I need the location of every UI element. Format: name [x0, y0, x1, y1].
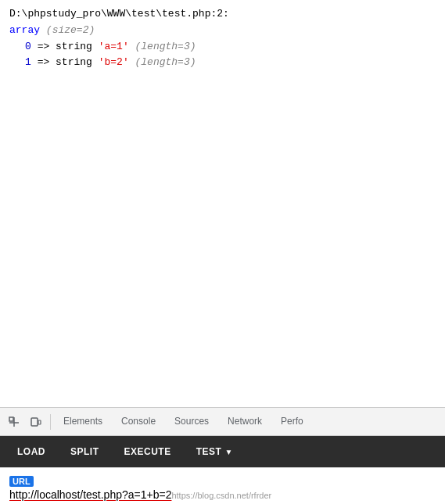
arrow-1: =>: [38, 56, 50, 68]
tabs-divider: [50, 414, 51, 430]
url-label-badge: URL: [9, 474, 436, 488]
device-icon-btn[interactable]: [25, 411, 47, 433]
type-1: string: [56, 56, 92, 68]
split-button[interactable]: SPLIT: [59, 441, 110, 462]
snippet-toolbar: LOAD SPLIT EXECUTE TEST ▼: [0, 436, 445, 467]
inspect-icon-btn[interactable]: [3, 411, 25, 433]
url-value[interactable]: http://localhost/test.php?a=1+b=2: [9, 488, 171, 501]
index-1: 1: [25, 56, 31, 68]
length-1: (length=3): [135, 56, 196, 68]
filepath-line: D:\phpstudy_pro\WWW\test\test.php:2:: [9, 6, 436, 23]
test-button[interactable]: TEST ▼: [185, 441, 244, 462]
index-0: 0: [25, 41, 31, 52]
type-0: string: [56, 41, 92, 52]
svg-rect-3: [31, 418, 38, 426]
array-item-1: 1 => string 'b=2' (length=3): [25, 55, 436, 71]
array-line: array (size=2): [9, 23, 436, 39]
tab-elements[interactable]: Elements: [54, 408, 112, 436]
length-0: (length=3): [135, 41, 196, 52]
array-keyword: array: [9, 24, 40, 36]
arrow-0: =>: [38, 41, 50, 52]
execute-button[interactable]: EXECUTE: [113, 441, 182, 462]
array-item-0: 0 => string 'a=1' (length=3): [25, 39, 436, 55]
tab-console[interactable]: Console: [112, 408, 165, 436]
devtools-panel: Elements Console Sources Network Perfo L…: [0, 407, 445, 504]
svg-rect-4: [38, 420, 41, 424]
url-area: URL http://localhost/test.php?a=1+b=2 ht…: [0, 467, 445, 504]
filepath-text: D:\phpstudy_pro\WWW\test\test.php:2:: [9, 8, 229, 20]
url-watermark: https://blog.csdn.net/rfrder: [171, 491, 271, 500]
php-output: D:\phpstudy_pro\WWW\test\test.php:2: arr…: [0, 0, 445, 407]
tab-network[interactable]: Network: [218, 408, 271, 436]
load-button[interactable]: LOAD: [6, 441, 56, 462]
value-1: 'b=2': [99, 56, 129, 68]
url-line: http://localhost/test.php?a=1+b=2 https:…: [9, 488, 436, 501]
array-meta: (size=2): [46, 24, 95, 36]
value-0: 'a=1': [99, 41, 129, 52]
tab-performance[interactable]: Perfo: [271, 408, 313, 436]
svg-rect-0: [9, 417, 13, 421]
test-dropdown-arrow: ▼: [224, 448, 232, 456]
tab-sources[interactable]: Sources: [165, 408, 218, 436]
devtools-tabs-bar: Elements Console Sources Network Perfo: [0, 408, 445, 436]
